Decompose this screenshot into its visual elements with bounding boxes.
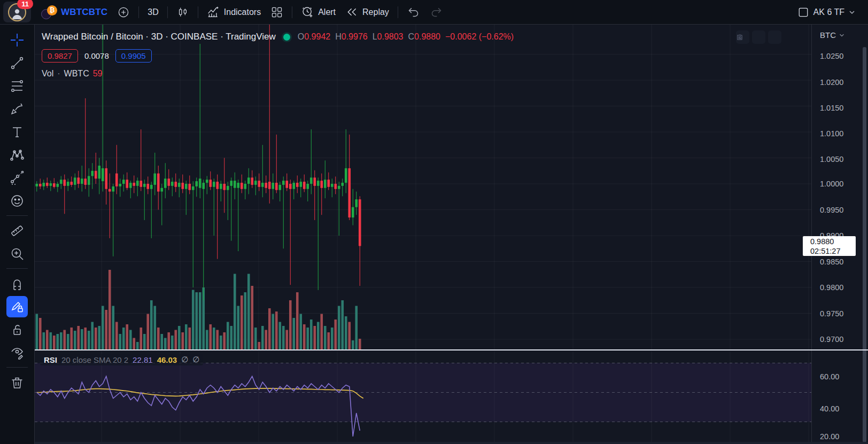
magnet-icon [10, 276, 25, 291]
axis-label: 0.9950 [820, 206, 843, 214]
pane-close-button[interactable] [752, 30, 765, 44]
price-tag-high[interactable]: 0.9905 [115, 49, 152, 63]
symbol-logo: ₿ [41, 5, 57, 19]
interval-button[interactable]: 3D [143, 3, 163, 21]
chart-style-button[interactable] [172, 3, 194, 21]
market-status-icon[interactable] [283, 34, 290, 41]
indicators-icon [207, 5, 220, 19]
scrollbar[interactable] [863, 47, 866, 442]
trend-line-icon [10, 56, 25, 71]
bitcoin-coin-icon: ₿ [47, 5, 57, 15]
replay-rewind-icon [345, 5, 359, 19]
single-layout-icon [797, 6, 810, 19]
axis-label: 0.9850 [820, 258, 843, 266]
redo-button[interactable] [425, 3, 448, 21]
last-price: 0.9880 [810, 237, 856, 246]
emoji-tool-button[interactable] [6, 190, 28, 212]
axis-label: 60.00 [820, 372, 839, 381]
layout-name: AK 6 TF [813, 7, 844, 17]
crosshair-tool-button[interactable] [6, 29, 28, 51]
pane-controls [736, 30, 781, 44]
chart-title[interactable]: Wrapped Bitcoin / Bitcoin · 3D · COINBAS… [42, 32, 276, 42]
redo-icon [430, 5, 443, 19]
lock-all-tool-button[interactable] [6, 319, 28, 340]
rsi-value: 22.81 [133, 355, 153, 364]
toolbar-divider [6, 215, 28, 216]
remove-drawings-tool-button[interactable] [6, 372, 28, 393]
brush-tool-button[interactable] [6, 98, 28, 120]
rsi-indicator-legend[interactable]: RSI 20 close SMA 20 2 22.81 46.03 ∅ ∅ [40, 354, 203, 365]
plus-circle-icon [117, 6, 130, 19]
tradingview-window: 11 ₿ WBTCBTC 3D [0, 0, 868, 444]
trend-line-tool-button[interactable] [6, 52, 28, 74]
pane-maximize-button[interactable] [768, 30, 781, 44]
forecast-icon [10, 170, 25, 185]
drawing-toolbar [0, 24, 35, 444]
top-toolbar: 11 ₿ WBTCBTC 3D [0, 0, 868, 25]
templates-grid-button[interactable] [266, 3, 288, 21]
lock-all-icon [10, 322, 25, 337]
chart-legend-row: Wrapped Bitcoin / Bitcoin · 3D · COINBAS… [42, 32, 514, 42]
drawing-lock-icon [10, 299, 25, 314]
axis-label: 0.9800 [820, 283, 843, 292]
ruler-tool-button[interactable] [6, 220, 28, 242]
crosshair-icon [10, 33, 25, 48]
compare-add-symbol-button[interactable] [112, 3, 135, 21]
axis-label: 0.9750 [820, 309, 843, 318]
layout-select-button[interactable]: AK 6 TF [792, 3, 861, 21]
account-menu-button[interactable]: 11 [3, 2, 31, 22]
forecast-tool-button[interactable] [6, 167, 28, 189]
fib-retracement-tool-button[interactable] [6, 75, 28, 97]
price-pane[interactable] [35, 24, 811, 350]
text-tool-button[interactable] [6, 121, 28, 143]
price-tag-diff: 0.0078 [84, 51, 109, 60]
zoom-in-icon [10, 246, 25, 261]
axis-label: 40.00 [820, 404, 839, 413]
ruler-icon [10, 223, 25, 238]
axis-label: 1.0250 [820, 52, 843, 60]
zoom-in-tool-button[interactable] [6, 243, 28, 264]
undo-button[interactable] [402, 3, 425, 21]
emoji-icon [10, 193, 25, 208]
symbol-search-button[interactable]: ₿ WBTCBTC [36, 3, 112, 21]
price-axis-scale[interactable]: BTC 0.9880 02:51:27 1.02501.02001.01501.… [811, 24, 868, 444]
remove-drawings-icon [10, 375, 25, 390]
axis-label: 0.9700 [820, 335, 843, 344]
symbol-name: WBTCBTC [61, 7, 107, 18]
axis-label: 1.0200 [820, 78, 843, 87]
alert-button[interactable]: Alert [296, 3, 340, 21]
axis-label: 1.0050 [820, 155, 843, 163]
brush-icon [10, 102, 25, 116]
axis-label: 1.0100 [820, 129, 843, 138]
time-axis-edge [35, 442, 868, 444]
rsi-sma-value: 46.03 [157, 355, 177, 364]
hide-drawings-tool-button[interactable] [6, 342, 28, 363]
price-range-annotation: 0.9827 0.0078 0.9905 [42, 49, 152, 63]
price-tag-low[interactable]: 0.9827 [42, 49, 78, 63]
volume-legend: Vol· WBTC 59 [42, 69, 102, 79]
axis-label: 20.00 [820, 432, 839, 441]
text-icon [10, 124, 25, 139]
indicators-button[interactable]: Indicators [202, 3, 266, 21]
alert-clock-icon [301, 5, 314, 19]
chart-area[interactable]: Wrapped Bitcoin / Bitcoin · 3D · COINBAS… [35, 24, 811, 444]
axis-label: 1.0150 [820, 104, 843, 112]
chevron-down-icon [848, 9, 856, 16]
axis-label: 1.0000 [820, 180, 843, 188]
last-price-countdown-label: 0.9880 02:51:27 [803, 236, 856, 256]
toolbar-divider [6, 268, 28, 269]
xabcd-pattern-tool-button[interactable] [6, 144, 28, 166]
bar-countdown: 02:51:27 [810, 246, 856, 256]
axis-currency-selector[interactable]: BTC [820, 30, 845, 40]
toolbar-divider [6, 367, 28, 368]
magnet-tool-button[interactable] [6, 273, 28, 294]
chevron-down-icon [839, 32, 845, 38]
xabcd-pattern-icon [10, 147, 25, 162]
drawing-lock-tool-button[interactable] [6, 296, 28, 317]
volume-value: 59 [93, 69, 103, 79]
ohlc-values: O0.9942 H0.9976 L0.9803 C0.9880 −0.0062 … [298, 32, 514, 42]
change-value: −0.0062 (−0.62%) [445, 32, 514, 42]
replay-button[interactable]: Replay [340, 3, 394, 21]
pane-separator-handle[interactable] [35, 349, 868, 350]
hide-drawings-icon [10, 345, 25, 360]
